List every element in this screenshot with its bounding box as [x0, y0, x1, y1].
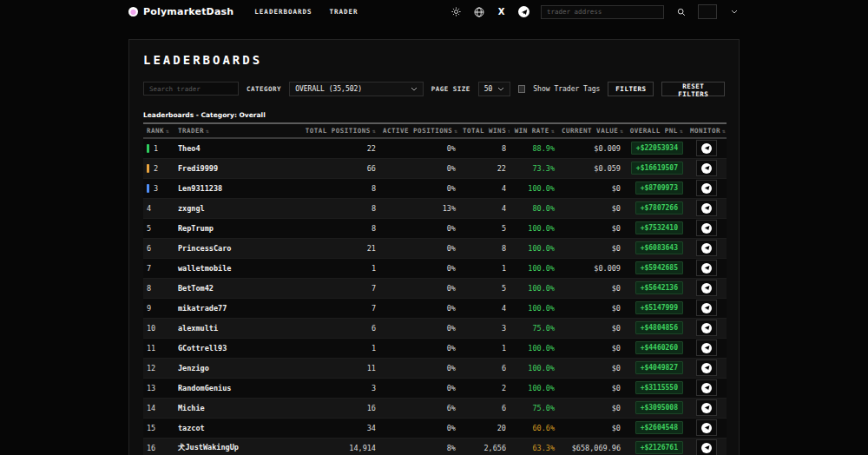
trader-name[interactable]: zxgngl: [178, 204, 205, 213]
nav-item-leaderboards[interactable]: LEADERBOARDS: [254, 8, 312, 16]
search-icon[interactable]: [675, 6, 687, 17]
rank-value: 14: [147, 404, 155, 412]
active-positions-value: 0%: [379, 158, 459, 178]
column-header-monitor[interactable]: MONITOR⇅: [687, 123, 727, 138]
telegram-icon[interactable]: [518, 6, 529, 17]
trader-name[interactable]: BetTom42: [178, 284, 214, 293]
monitor-button[interactable]: [696, 359, 717, 376]
trader-name[interactable]: 犬JustWakingUp: [178, 443, 239, 452]
column-header-overall-pnl[interactable]: OVERALL PNL⇅: [624, 123, 687, 138]
column-header-rank[interactable]: RANK⇅: [143, 123, 174, 138]
medal-bar-icon: [147, 184, 149, 193]
rank-value: 15: [147, 424, 155, 432]
overall-pnl-badge: +$5942685: [635, 261, 683, 274]
trader-name[interactable]: Len9311238: [178, 184, 222, 193]
trader-name[interactable]: Fredi9999: [178, 164, 218, 173]
table-row: 7walletmobile10%1100.0%$0.009+$5942685: [143, 258, 727, 278]
x-twitter-icon[interactable]: X: [496, 6, 507, 17]
monitor-button[interactable]: [696, 280, 717, 296]
monitor-button[interactable]: [696, 180, 717, 196]
monitor-button[interactable]: [696, 300, 717, 316]
chevron-down-icon[interactable]: [728, 6, 740, 17]
rank-value: 13: [147, 384, 155, 392]
column-header-trader[interactable]: TRADER⇅: [174, 123, 296, 138]
trader-name[interactable]: Jenzigo: [178, 364, 209, 373]
monitor-button[interactable]: [696, 200, 717, 216]
monitor-button[interactable]: [696, 439, 717, 455]
filters-button[interactable]: FILTERS: [608, 82, 654, 96]
total-positions-value: 22: [296, 138, 379, 158]
current-value: $0.009: [558, 258, 624, 278]
win-rate-value: 100.0%: [510, 178, 558, 198]
current-value: $0: [558, 238, 624, 258]
reset-filters-button[interactable]: RESET FILTERS: [661, 82, 725, 96]
win-rate-value: 100.0%: [510, 278, 558, 298]
total-positions-value: 8: [296, 198, 379, 218]
trader-name[interactable]: GCottrell93: [178, 344, 227, 353]
table-row: 11GCottrell9310%1100.0%$0+$4460260: [143, 338, 727, 358]
trader-name[interactable]: Michie: [178, 404, 205, 412]
search-trader-input[interactable]: [143, 82, 239, 96]
rank-value: 12: [147, 364, 155, 373]
trader-name[interactable]: mikatrade77: [178, 304, 227, 313]
active-positions-value: 0%: [379, 418, 459, 438]
telegram-icon: [701, 283, 712, 293]
monitor-button[interactable]: [696, 419, 717, 436]
rank-value: 6: [147, 244, 151, 253]
column-header-current-value[interactable]: CURRENT VALUE⇅: [558, 123, 624, 138]
trader-name[interactable]: PrincessCaro: [178, 244, 231, 253]
column-header-active-positions[interactable]: ACTIVE POSITIONS⇅: [379, 123, 459, 138]
monitor-button[interactable]: [696, 140, 717, 156]
category-select[interactable]: OVERALL (35,502): [289, 82, 424, 96]
monitor-button[interactable]: [696, 340, 717, 356]
rank-value: 5: [147, 224, 151, 233]
monitor-button[interactable]: [696, 240, 717, 256]
show-trader-tags-checkbox[interactable]: [518, 85, 525, 93]
monitor-button[interactable]: [696, 399, 717, 416]
sort-icon: ⇅: [206, 128, 209, 134]
monitor-button[interactable]: [696, 160, 717, 176]
trader-name[interactable]: Theo4: [178, 144, 201, 153]
column-header-total-positions[interactable]: TOTAL POSITIONS⇅: [296, 123, 379, 138]
trader-name[interactable]: tazcot: [178, 424, 205, 432]
trader-name[interactable]: RandomGenius: [178, 384, 231, 392]
telegram-icon: [701, 403, 712, 413]
trader-name[interactable]: walletmobile: [178, 264, 231, 273]
page-size-select[interactable]: 50: [478, 82, 511, 96]
nav-links: LEADERBOARDS TRADER: [254, 8, 358, 16]
globe-icon[interactable]: [473, 6, 484, 17]
column-header-total-wins[interactable]: TOTAL WINS⇅: [459, 123, 510, 138]
theme-sun-icon[interactable]: [450, 6, 462, 17]
telegram-icon: [701, 383, 712, 393]
monitor-button[interactable]: [696, 379, 717, 396]
total-positions-value: 8: [296, 218, 379, 238]
total-wins-value: 8: [459, 138, 510, 158]
telegram-icon: [701, 443, 712, 453]
monitor-button[interactable]: [696, 220, 717, 236]
trader-address-input[interactable]: [541, 5, 664, 19]
trader-name[interactable]: alexmulti: [178, 324, 218, 333]
monitor-button[interactable]: [696, 260, 717, 276]
total-wins-value: 5: [459, 218, 510, 238]
table-row: 6PrincessCaro210%8100.0%$0+$6083643: [143, 238, 727, 258]
trader-name[interactable]: RepTrump: [178, 224, 214, 233]
column-header-win-rate[interactable]: WIN RATE⇅: [510, 123, 558, 138]
total-positions-value: 11: [296, 358, 379, 378]
win-rate-value: 75.0%: [510, 398, 558, 418]
rank-value: 2: [154, 164, 158, 173]
current-value: $0.059: [558, 158, 624, 178]
table-row: 15tazcot340%2060.6%$0+$2604548: [143, 418, 727, 438]
overall-pnl-badge: +$7807266: [635, 201, 683, 214]
nav-item-trader[interactable]: TRADER: [330, 8, 358, 16]
category-label: CATEGORY: [247, 85, 281, 93]
total-wins-value: 2,656: [459, 438, 510, 455]
active-positions-value: 0%: [379, 318, 459, 338]
rank-value: 3: [154, 184, 158, 193]
nav-account-box[interactable]: [698, 4, 717, 19]
sort-icon: ⇅: [454, 128, 457, 134]
overall-pnl-badge: +$2126761: [635, 441, 683, 454]
brand[interactable]: PolymarketDash: [128, 6, 233, 17]
monitor-button[interactable]: [696, 320, 717, 336]
total-positions-value: 7: [296, 298, 379, 318]
win-rate-value: 75.0%: [510, 318, 558, 338]
